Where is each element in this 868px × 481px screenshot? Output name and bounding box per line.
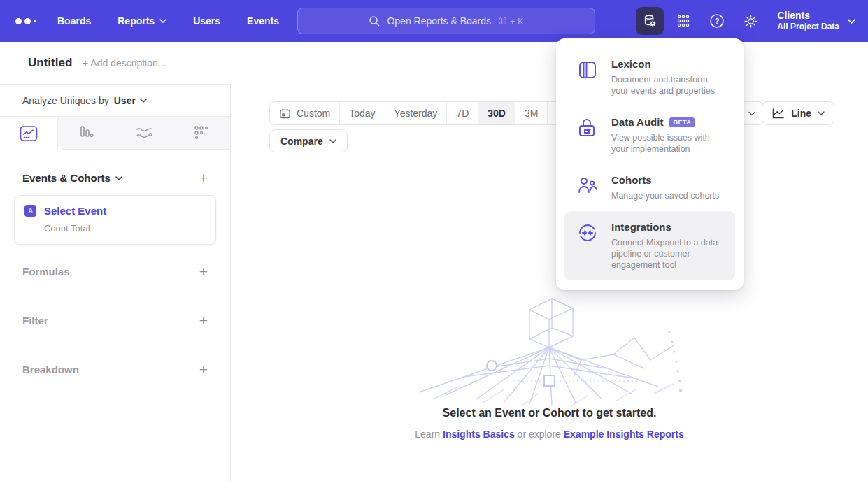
date-range-label: 30D xyxy=(488,108,506,119)
chevron-down-icon xyxy=(848,19,855,24)
help-icon: ? xyxy=(709,13,725,29)
report-title[interactable]: Untitled xyxy=(28,56,72,70)
cohorts-icon xyxy=(577,174,598,201)
section-breakdown: Breakdown + xyxy=(14,359,216,379)
example-reports-link[interactable]: Example Insights Reports xyxy=(564,429,684,440)
calendar-icon xyxy=(279,108,291,120)
tab-flows[interactable] xyxy=(115,117,173,150)
chevron-down-icon xyxy=(159,19,166,23)
report-canvas: Custom Today Yesterday 7D 30D 3M 6M 12M … xyxy=(231,42,868,481)
date-range-30d[interactable]: 30D xyxy=(478,102,515,124)
search-icon xyxy=(369,15,380,27)
search-input[interactable]: Open Reports & Boards ⌘ + K xyxy=(297,8,595,34)
menu-item-integrations[interactable]: Integrations Connect Mixpanel to a data … xyxy=(564,211,735,280)
compare-button[interactable]: Compare xyxy=(269,129,348,152)
chart-style-label: Line xyxy=(791,108,811,119)
project-name: All Project Data xyxy=(777,22,839,33)
apps-grid-button[interactable] xyxy=(669,7,697,35)
nav-label: Boards xyxy=(57,15,91,27)
date-range-label: Custom xyxy=(297,108,330,119)
settings-button[interactable] xyxy=(737,7,764,35)
project-selector[interactable]: Clients All Project Data xyxy=(777,9,855,33)
menu-item-description: Document and transform your events and p… xyxy=(611,74,725,96)
empty-state-links: Learn Insights Basics or explore Example… xyxy=(231,429,868,440)
menu-item-description: View possible issues with your implement… xyxy=(611,132,725,155)
help-button[interactable]: ? xyxy=(703,7,731,35)
chevron-down-icon xyxy=(115,176,122,180)
tab-insights[interactable] xyxy=(0,117,58,150)
search-placeholder: Open Reports & Boards xyxy=(387,15,491,27)
retention-icon xyxy=(193,124,210,141)
middle-text: or explore xyxy=(518,429,561,440)
chevron-down-icon xyxy=(329,139,336,143)
section-formulas: Formulas + xyxy=(14,261,216,281)
menu-item-cohorts[interactable]: Cohorts Manage your saved cohorts xyxy=(564,164,735,211)
date-range-7d[interactable]: 7D xyxy=(447,102,478,124)
database-gear-icon xyxy=(642,13,657,29)
nav-label: Users xyxy=(193,15,220,27)
event-card[interactable]: A Select Event Count Total xyxy=(14,195,216,245)
formulas-label: Formulas xyxy=(22,266,70,278)
org-name: Clients xyxy=(777,9,839,22)
count-total-dropdown[interactable]: Count Total xyxy=(44,223,206,234)
nav-label: Reports xyxy=(118,15,155,27)
nav-users[interactable]: Users xyxy=(193,15,220,27)
menu-item-title: Lexicon xyxy=(611,58,651,70)
date-range-label: 7D xyxy=(456,108,469,119)
logo-dot xyxy=(24,18,31,24)
event-letter-badge: A xyxy=(24,205,36,217)
chevron-down-icon xyxy=(140,99,147,103)
date-range-yesterday[interactable]: Yesterday xyxy=(385,102,448,124)
breakdown-label: Breakdown xyxy=(22,364,79,375)
tab-retention[interactable] xyxy=(173,117,231,150)
analyze-value-dropdown[interactable]: User xyxy=(114,95,147,106)
insights-basics-link[interactable]: Insights Basics xyxy=(443,429,515,440)
analyze-value: User xyxy=(114,95,136,106)
menu-item-description: Connect Mixpanel to a data pipeline or c… xyxy=(611,237,725,271)
insights-icon xyxy=(20,125,38,142)
add-filter-button[interactable]: + xyxy=(199,313,208,328)
lexicon-icon xyxy=(577,58,598,96)
chevron-down-icon xyxy=(748,111,755,116)
data-audit-icon xyxy=(577,116,598,155)
bars-icon xyxy=(78,124,94,141)
mixpanel-logo[interactable] xyxy=(15,16,39,26)
data-management-menu: Lexicon Document and transform your even… xyxy=(556,38,744,290)
nav-events[interactable]: Events xyxy=(247,15,279,27)
add-formula-button[interactable]: + xyxy=(199,264,208,279)
date-range-today[interactable]: Today xyxy=(340,102,385,124)
nav-boards[interactable]: Boards xyxy=(57,15,91,27)
integrations-icon xyxy=(577,221,598,271)
add-breakdown-button[interactable]: + xyxy=(199,362,208,377)
nav-reports[interactable]: Reports xyxy=(118,15,166,27)
menu-item-description: Manage your saved cohorts xyxy=(611,190,719,201)
nav-label: Events xyxy=(247,15,279,27)
date-range-3m[interactable]: 3M xyxy=(515,102,548,124)
logo-dot xyxy=(15,18,22,24)
date-range-label: Yesterday xyxy=(394,108,438,119)
top-navigation: Boards Reports Users Events xyxy=(57,15,279,27)
events-cohorts-toggle[interactable]: Events & Cohorts xyxy=(22,172,122,184)
apps-grid-icon xyxy=(676,14,690,28)
analyze-label: Analyze Uniques by xyxy=(22,95,109,106)
add-event-button[interactable]: + xyxy=(199,171,208,185)
menu-item-title: Cohorts xyxy=(611,174,652,186)
chart-style-button[interactable]: Line xyxy=(762,101,834,125)
data-management-button[interactable] xyxy=(636,7,664,35)
beta-badge: BETA xyxy=(669,117,695,127)
flows-icon xyxy=(135,125,153,141)
gear-icon xyxy=(744,14,758,29)
line-chart-icon xyxy=(771,108,785,120)
empty-state-title: Select an Event or Cohort to get started… xyxy=(231,407,868,419)
date-range-custom[interactable]: Custom xyxy=(270,102,340,124)
events-cohorts-label: Events & Cohorts xyxy=(22,172,111,184)
add-description-field[interactable]: + Add description... xyxy=(83,57,166,69)
section-filter: Filter + xyxy=(14,310,216,330)
menu-item-lexicon[interactable]: Lexicon Document and transform your even… xyxy=(564,48,735,106)
query-sidebar: Analyze Uniques by User xyxy=(0,84,231,481)
menu-item-data-audit[interactable]: Data Audit BETA View possible issues wit… xyxy=(564,106,735,164)
select-event-button[interactable]: Select Event xyxy=(44,205,106,217)
chart-type-tabs xyxy=(0,117,230,150)
topbar-actions: ? Clients All Project Data xyxy=(636,0,855,42)
tab-funnels[interactable] xyxy=(58,117,116,150)
